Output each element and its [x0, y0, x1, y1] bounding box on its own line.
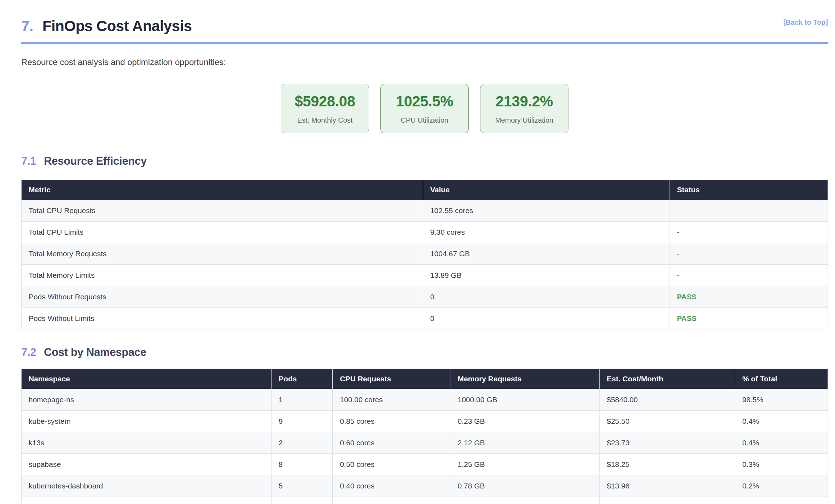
table-row: ingress-nginx10.10 cores0.09 GB$3.180.1% — [22, 497, 828, 504]
table-cell: - — [670, 200, 828, 222]
table-cell: Total CPU Limits — [22, 222, 423, 243]
report-page: 7.FinOps Cost Analysis [Back to Top] Res… — [21, 0, 828, 504]
table-cell: $3.18 — [600, 497, 735, 504]
table-cell: homepage-ns — [22, 389, 271, 411]
table-cell: Pods Without Limits — [22, 308, 423, 329]
page-title: 7.FinOps Cost Analysis — [21, 18, 828, 35]
table-cell: 0.50 cores — [333, 454, 450, 475]
intro-text: Resource cost analysis and optimization … — [21, 57, 828, 68]
column-header: Est. Cost/Month — [600, 369, 735, 389]
table-cell: 0 — [423, 286, 670, 308]
table-cell: 1 — [271, 497, 333, 504]
cost-by-namespace-table: NamespacePodsCPU RequestsMemory Requests… — [21, 369, 828, 504]
table-cell: 0.09 GB — [450, 497, 600, 504]
section-title: FinOps Cost Analysis — [42, 18, 192, 34]
table-cell: 9 — [271, 411, 333, 432]
table-cell: 0.78 GB — [450, 475, 600, 497]
table-row: k13s20.60 cores2.12 GB$23.730.4% — [22, 432, 828, 454]
table-cell: 0.4% — [735, 411, 828, 432]
table-cell: 13.89 GB — [423, 265, 670, 286]
table-cell: 0.23 GB — [450, 411, 600, 432]
table-row: Total CPU Requests102.55 cores- — [22, 200, 828, 222]
table-cell: 2 — [271, 432, 333, 454]
table-row: Pods Without Requests0PASS — [22, 286, 828, 308]
table-cell: 0.2% — [735, 475, 828, 497]
table-cell: Total CPU Requests — [22, 200, 423, 222]
card-value: 1025.5% — [396, 93, 453, 110]
table-row: homepage-ns1100.00 cores1000.00 GB$5840.… — [22, 389, 828, 411]
table-cell: 0.10 cores — [333, 497, 450, 504]
column-header: % of Total — [735, 369, 828, 389]
card-value: $5928.08 — [294, 93, 355, 110]
table-row: kubernetes-dashboard50.40 cores0.78 GB$1… — [22, 475, 828, 497]
card-label: CPU Utilization — [401, 116, 448, 124]
subsection-number: 7.2 — [21, 346, 36, 358]
summary-card: 2139.2%Memory Utilization — [480, 84, 568, 133]
table-cell: kubernetes-dashboard — [22, 475, 271, 497]
summary-cards: $5928.08Est. Monthly Cost1025.5%CPU Util… — [21, 84, 828, 133]
table-cell: 0.40 cores — [333, 475, 450, 497]
table-row: supabase80.50 cores1.25 GB$18.250.3% — [22, 454, 828, 475]
card-label: Est. Monthly Cost — [297, 116, 353, 124]
table-cell: $23.73 — [600, 432, 735, 454]
table-cell: 1004.67 GB — [423, 243, 670, 265]
table-cell: 5 — [271, 475, 333, 497]
table-cell: $18.25 — [600, 454, 735, 475]
table-cell: 9.30 cores — [423, 222, 670, 243]
table-cell: - — [670, 222, 828, 243]
table-cell: supabase — [22, 454, 271, 475]
table-cell: $5840.00 — [600, 389, 735, 411]
card-value: 2139.2% — [496, 93, 553, 110]
table-cell: 100.00 cores — [333, 389, 450, 411]
header-row: NamespacePodsCPU RequestsMemory Requests… — [22, 369, 828, 389]
table-cell: k13s — [22, 432, 271, 454]
table-cell: PASS — [670, 286, 828, 308]
table-cell: $13.96 — [600, 475, 735, 497]
table-cell: - — [670, 265, 828, 286]
table-row: Total Memory Requests1004.67 GB- — [22, 243, 828, 265]
table-row: Pods Without Limits0PASS — [22, 308, 828, 329]
table-cell: 0.4% — [735, 432, 828, 454]
subsection-number: 7.1 — [21, 155, 36, 167]
table-cell: 0.3% — [735, 454, 828, 475]
section-header: 7.FinOps Cost Analysis — [21, 18, 828, 44]
column-header: Memory Requests — [450, 369, 600, 389]
table-row: kube-system90.85 cores0.23 GB$25.500.4% — [22, 411, 828, 432]
table-cell: 1.25 GB — [450, 454, 600, 475]
table-cell: 0.1% — [735, 497, 828, 504]
table-cell: $25.50 — [600, 411, 735, 432]
column-header: Pods — [271, 369, 333, 389]
table-row: Total Memory Limits13.89 GB- — [22, 265, 828, 286]
column-header: Value — [423, 180, 670, 200]
table-cell: 98.5% — [735, 389, 828, 411]
table-cell: 2.12 GB — [450, 432, 600, 454]
table-cell: PASS — [670, 308, 828, 329]
table-cell: Total Memory Limits — [22, 265, 423, 286]
section-number: 7. — [21, 18, 33, 34]
column-header: Status — [670, 180, 828, 200]
subsection-title-resource-efficiency: 7.1Resource Efficiency — [21, 154, 828, 168]
table-cell: 1 — [271, 389, 333, 411]
table-cell: Pods Without Requests — [22, 286, 423, 308]
table-cell: 102.55 cores — [423, 200, 670, 222]
subsection-title-cost-by-namespace: 7.2Cost by Namespace — [21, 346, 828, 359]
table-cell: 0.85 cores — [333, 411, 450, 432]
column-header: CPU Requests — [333, 369, 450, 389]
table-cell: Total Memory Requests — [22, 243, 423, 265]
back-to-top-link[interactable]: [Back to Top] — [783, 18, 828, 27]
table-cell: 0.60 cores — [333, 432, 450, 454]
table-cell: 8 — [271, 454, 333, 475]
subsection-label: Cost by Namespace — [44, 346, 146, 358]
header-row: MetricValueStatus — [22, 180, 828, 200]
table-cell: - — [670, 243, 828, 265]
card-label: Memory Utilization — [495, 116, 553, 124]
table-cell: kube-system — [22, 411, 271, 432]
summary-card: 1025.5%CPU Utilization — [380, 84, 469, 133]
table-cell: ingress-nginx — [22, 497, 271, 504]
summary-card: $5928.08Est. Monthly Cost — [281, 84, 369, 133]
column-header: Metric — [22, 180, 423, 200]
table-cell: 1000.00 GB — [450, 389, 600, 411]
table-row: Total CPU Limits9.30 cores- — [22, 222, 828, 243]
subsection-label: Resource Efficiency — [44, 155, 147, 167]
resource-efficiency-table: MetricValueStatusTotal CPU Requests102.5… — [21, 180, 828, 329]
